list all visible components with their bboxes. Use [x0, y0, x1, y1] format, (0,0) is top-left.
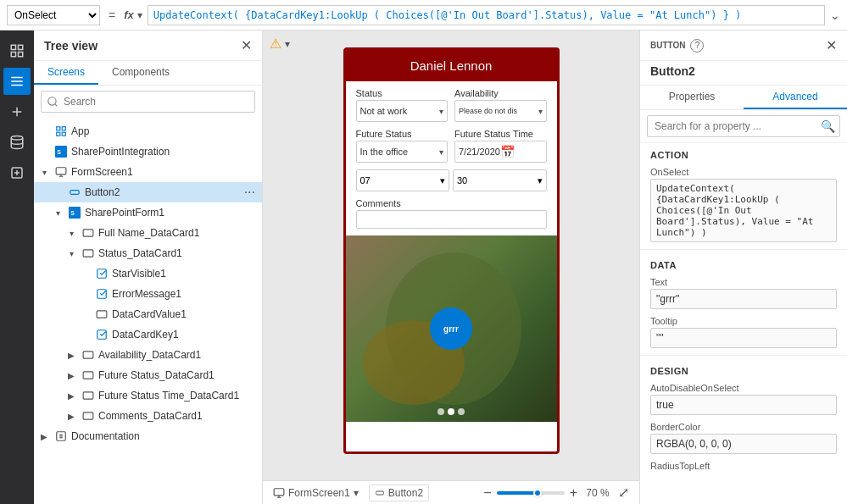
zoom-minus-button[interactable]: −	[483, 485, 491, 501]
tooltip-label: Tooltip	[650, 316, 837, 326]
event-selector[interactable]: OnSelect	[7, 5, 100, 25]
bordercolor-value[interactable]: RGBA(0, 0, 0, 0)	[650, 434, 837, 454]
tree-item-documentation[interactable]: ▶ Documentation	[34, 426, 262, 446]
checkbox-icon2	[95, 287, 109, 301]
expand-icon	[37, 145, 51, 158]
futurestatus-label: Future Status_DataCard1	[98, 369, 255, 381]
tree-item-errormsg[interactable]: ErrorMessage1	[34, 284, 262, 304]
data-section-header: DATA	[640, 253, 847, 274]
text-label: Text	[650, 277, 837, 287]
card-icon	[81, 246, 95, 260]
component-name: Button2	[640, 61, 847, 86]
rail-add[interactable]	[3, 98, 31, 125]
tree-item-sp[interactable]: S SharePointIntegration	[34, 141, 262, 162]
expand-icon	[78, 267, 92, 280]
tree-item-button2[interactable]: Button2 ···	[34, 182, 262, 202]
help-button[interactable]: ?	[690, 39, 704, 53]
rail-tree[interactable]	[3, 68, 31, 95]
svg-text:S: S	[57, 149, 61, 155]
rail-home[interactable]	[3, 37, 31, 64]
button-indicator[interactable]: Button2	[369, 485, 429, 501]
svg-rect-0	[11, 45, 15, 49]
svg-rect-16	[56, 168, 66, 174]
future-date-input[interactable]: 7/21/2020 📅	[454, 141, 547, 163]
future-time-label: Future Status Time	[454, 129, 547, 139]
status-select[interactable]: Not at work ▾	[356, 100, 449, 122]
more-icon[interactable]: ···	[244, 185, 255, 200]
tab-properties[interactable]: Properties	[640, 86, 744, 109]
tree-item-formscreen[interactable]: ▾ FormScreen1	[34, 162, 262, 182]
hour-select[interactable]: 07 ▾	[356, 169, 450, 191]
availability-select[interactable]: Please do not dis ▾	[454, 100, 547, 122]
grrr-button[interactable]: grrr	[430, 307, 472, 350]
tree-item-spform[interactable]: ▾ S SharePointForm1	[34, 202, 262, 223]
tree-item-futurestatustime[interactable]: ▶ Future Status Time_DataCard1	[34, 385, 262, 406]
svg-rect-27	[83, 372, 93, 379]
zoom-slider[interactable]	[497, 491, 565, 495]
tree-item-starvisible[interactable]: StarVisible1	[34, 263, 262, 284]
expand-icon: ▶	[64, 348, 78, 362]
tab-components[interactable]: Components	[98, 61, 183, 85]
comments-label: Comments_DataCard1	[98, 410, 255, 422]
time-row: 07 ▾ 30 ▾	[356, 169, 547, 191]
minute-select[interactable]: 30 ▾	[453, 169, 547, 191]
property-search-input[interactable]	[647, 115, 840, 137]
svg-point-6	[11, 136, 23, 141]
expand-icon: ▾	[64, 246, 78, 260]
text-value[interactable]: "grrr"	[650, 289, 837, 309]
svg-rect-20	[83, 230, 93, 236]
card-icon	[81, 226, 95, 240]
tab-screens[interactable]: Screens	[34, 61, 98, 85]
autodisable-value[interactable]: true	[650, 395, 837, 415]
tree-item-futurestatus[interactable]: ▶ Future Status_DataCard1	[34, 365, 262, 385]
expand-button[interactable]: ⤢	[618, 485, 629, 501]
tree-item-availability[interactable]: ▶ Availability_DataCard1	[34, 345, 262, 365]
hour-value: 07	[360, 175, 371, 186]
comments-input[interactable]	[356, 210, 547, 229]
screen-indicator: FormScreen1 ▾	[273, 487, 359, 499]
availability-field: Availability Please do not dis ▾	[454, 88, 547, 122]
documentation-label: Documentation	[71, 430, 255, 442]
main-layout: Tree view ✕ Screens Components App	[0, 30, 847, 504]
tree-item-app[interactable]: App	[34, 121, 262, 141]
tree-item-comments[interactable]: ▶ Comments_DataCard1	[34, 406, 262, 426]
canvas-area: ⚠ ▾ Daniel Lennon Status Not at work	[263, 30, 639, 504]
component-tag: BUTTON	[650, 41, 685, 50]
canvas-scroll[interactable]: Daniel Lennon Status Not at work ▾	[263, 30, 639, 480]
tree-item-datacardvalue[interactable]: DataCardValue1	[34, 304, 262, 324]
expand-icon	[51, 186, 64, 199]
zoom-plus-button[interactable]: +	[570, 485, 577, 501]
canvas-warning: ⚠ ▾	[270, 36, 290, 52]
tree-item-datacardkey[interactable]: DataCardKey1	[34, 324, 262, 345]
availability-label-text: Availability	[454, 88, 547, 98]
screen-name: FormScreen1	[288, 487, 350, 499]
button2-label: Button2	[85, 186, 244, 198]
svg-rect-1	[19, 45, 23, 49]
datacardvalue-label: DataCardValue1	[112, 308, 255, 320]
tree-close-button[interactable]: ✕	[241, 37, 252, 53]
future-status-select[interactable]: In the office ▾	[356, 141, 449, 163]
expand-icon: ▾	[51, 206, 64, 219]
button-overlay: grrr	[346, 235, 557, 422]
tree-panel: Tree view ✕ Screens Components App	[34, 30, 263, 504]
button-name: Button2	[388, 487, 423, 499]
right-panel-close-button[interactable]: ✕	[826, 37, 837, 53]
card-icon3	[81, 368, 95, 382]
tab-advanced[interactable]: Advanced	[744, 86, 847, 109]
icon-rail	[0, 30, 34, 504]
tree-item-status-card[interactable]: ▾ Status_DataCard1	[34, 243, 262, 263]
search-input[interactable]	[41, 91, 255, 113]
onselect-value[interactable]: UpdateContext( {DataCardKey1:LookUp ( Ch…	[650, 179, 837, 242]
rail-data[interactable]	[3, 129, 31, 156]
warning-chevron: ▾	[285, 38, 290, 50]
formula-input[interactable]	[148, 5, 825, 25]
svg-rect-2	[11, 53, 15, 57]
tree-tabs: Screens Components	[34, 61, 262, 86]
rail-insert[interactable]	[3, 159, 31, 186]
tooltip-row: Tooltip ""	[640, 313, 847, 352]
futurestatustime-label: Future Status Time_DataCard1	[98, 390, 255, 402]
tree-item-fullname[interactable]: ▾ Full Name_DataCard1	[34, 223, 262, 243]
tooltip-value[interactable]: ""	[650, 328, 837, 348]
top-bar: OnSelect = fx ▾ ⌄	[0, 0, 847, 30]
tree-header: Tree view ✕	[34, 30, 262, 61]
